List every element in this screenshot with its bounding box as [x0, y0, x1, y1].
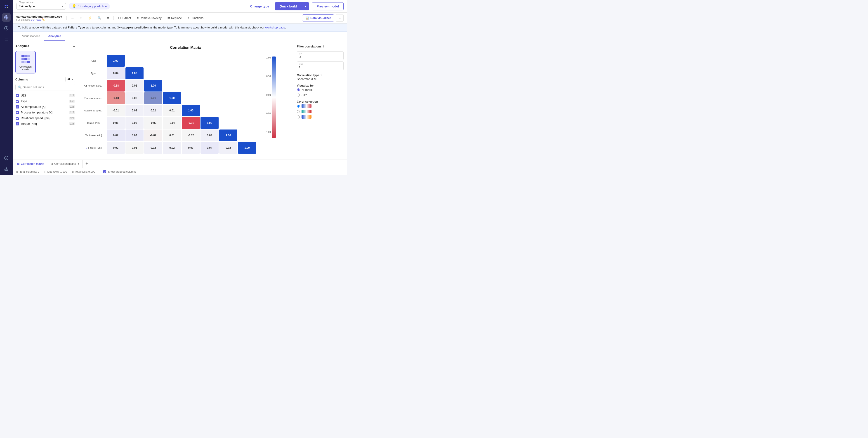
matrix-cell-7-6[interactable]: 0.02: [219, 142, 237, 154]
column-udi-checkbox[interactable]: [16, 94, 19, 97]
matrix-cell-1-4[interactable]: [182, 67, 200, 79]
visualize-size[interactable]: Size: [297, 93, 344, 97]
nav-logo[interactable]: [2, 2, 11, 11]
matrix-cell-2-5[interactable]: [200, 80, 219, 92]
data-visualizer-button[interactable]: 📊 Data visualizer: [302, 14, 334, 22]
file-rows-link[interactable]: 1.0k rows: [31, 18, 41, 21]
add-tab-button[interactable]: +: [84, 161, 90, 166]
matrix-cell-2-2[interactable]: 1.00: [144, 80, 162, 92]
matrix-cell-7-7[interactable]: 1.00: [238, 142, 256, 154]
matrix-cell-0-1[interactable]: [125, 55, 144, 67]
matrix-cell-4-3[interactable]: 0.01: [163, 105, 181, 116]
visualize-size-radio[interactable]: [297, 94, 300, 96]
matrix-cell-0-0[interactable]: 1.00: [107, 55, 125, 67]
matrix-cell-3-1[interactable]: 0.02: [125, 92, 144, 104]
matrix-cell-2-3[interactable]: [163, 80, 181, 92]
matrix-cell-2-0[interactable]: -0.88: [107, 80, 125, 92]
quick-build-button[interactable]: Quick build: [275, 2, 302, 10]
grid-view-button[interactable]: ⊞: [78, 15, 85, 21]
matrix-cell-5-0[interactable]: 0.01: [107, 117, 125, 129]
show-dropped-checkbox[interactable]: [103, 170, 106, 173]
color-teal-red[interactable]: [297, 110, 344, 113]
nav-history[interactable]: [2, 24, 11, 33]
remove-rows-button[interactable]: ≡ Remove rows by: [134, 15, 164, 21]
list-view-button[interactable]: ☰: [69, 15, 76, 21]
tab-visualizations[interactable]: Visualizations: [18, 32, 44, 41]
matrix-cell-4-6[interactable]: [219, 105, 237, 116]
matrix-cell-6-7[interactable]: [238, 129, 256, 141]
matrix-cell-3-3[interactable]: 1.00: [163, 92, 181, 104]
matrix-cell-1-3[interactable]: [163, 67, 181, 79]
matrix-cell-6-3[interactable]: 0.01: [163, 129, 181, 141]
matrix-cell-5-3[interactable]: -0.02: [163, 117, 181, 129]
column-air-temp-checkbox[interactable]: [16, 105, 19, 108]
nav-target[interactable]: [2, 13, 11, 22]
color-blue-pink-radio[interactable]: [297, 105, 300, 107]
matrix-cell-4-2[interactable]: 0.02: [144, 105, 162, 116]
correlation-matrix-item[interactable]: Correlation matrix: [16, 51, 36, 73]
columns-filter-select[interactable]: All: [65, 76, 75, 82]
matrix-cell-4-1[interactable]: 0.03: [125, 105, 144, 116]
matrix-cell-0-5[interactable]: [200, 55, 219, 67]
nav-export[interactable]: [2, 164, 11, 173]
bottom-tab-inactive[interactable]: ⊞ Correlation matrix ▼: [48, 160, 83, 168]
replace-button[interactable]: ⇄ Replace: [165, 15, 184, 21]
matrix-cell-5-7[interactable]: [238, 117, 256, 129]
more-button[interactable]: ⌄: [336, 14, 344, 22]
nav-menu[interactable]: [2, 35, 11, 43]
matrix-cell-2-6[interactable]: [219, 80, 237, 92]
matrix-cell-4-0[interactable]: -0.01: [107, 105, 125, 116]
matrix-cell-7-1[interactable]: 0.01: [125, 142, 144, 154]
visualize-numeric-radio[interactable]: [297, 88, 300, 91]
matrix-cell-0-4[interactable]: [182, 55, 200, 67]
matrix-cell-5-1[interactable]: 0.03: [125, 117, 144, 129]
matrix-cell-6-0[interactable]: 0.07: [107, 129, 125, 141]
matrix-cell-0-6[interactable]: [219, 55, 237, 67]
search-button[interactable]: 🔍: [95, 15, 103, 21]
color-blue-orange-radio[interactable]: [297, 116, 300, 118]
preview-model-button[interactable]: Preview model: [312, 2, 344, 10]
color-blue-orange[interactable]: [297, 115, 344, 119]
matrix-cell-3-0[interactable]: -0.43: [107, 92, 125, 104]
quick-build-dropdown[interactable]: ▼: [302, 2, 309, 10]
edit-icon[interactable]: ✏️: [42, 18, 45, 21]
matrix-cell-1-2[interactable]: [144, 67, 162, 79]
matrix-cell-0-2[interactable]: [144, 55, 162, 67]
matrix-cell-3-5[interactable]: [200, 92, 219, 104]
matrix-cell-4-7[interactable]: [238, 105, 256, 116]
matrix-cell-2-4[interactable]: [182, 80, 200, 92]
matrix-cell-7-0[interactable]: 0.02: [107, 142, 125, 154]
tab-analytics[interactable]: Analytics: [44, 32, 65, 41]
matrix-cell-7-5[interactable]: 0.04: [200, 142, 219, 154]
matrix-cell-6-1[interactable]: 0.04: [125, 129, 144, 141]
bottom-tab-active[interactable]: ⊞ Correlation matrix: [14, 160, 47, 168]
workshop-link[interactable]: workshop page: [265, 26, 285, 29]
matrix-cell-1-5[interactable]: [200, 67, 219, 79]
extract-button[interactable]: ⬡ Extract: [116, 15, 133, 21]
filter-button[interactable]: ⚡: [86, 15, 94, 21]
functions-button[interactable]: Σ Functions: [186, 15, 206, 21]
collapse-icon[interactable]: ⌄: [72, 44, 75, 48]
matrix-cell-3-6[interactable]: [219, 92, 237, 104]
color-teal-red-radio[interactable]: [297, 110, 300, 113]
matrix-cell-6-6[interactable]: 1.00: [219, 129, 237, 141]
column-torque-checkbox[interactable]: [16, 122, 19, 125]
matrix-cell-1-7[interactable]: [238, 67, 256, 79]
matrix-cell-3-4[interactable]: [182, 92, 200, 104]
color-blue-pink[interactable]: [297, 104, 344, 108]
ordered-list-button[interactable]: ≡: [105, 15, 111, 21]
search-columns-input[interactable]: [23, 86, 73, 89]
matrix-cell-7-4[interactable]: 0.03: [182, 142, 200, 154]
matrix-cell-6-5[interactable]: 0.03: [200, 129, 219, 141]
matrix-cell-3-2[interactable]: 0.61: [144, 92, 162, 104]
matrix-cell-7-3[interactable]: 0.02: [163, 142, 181, 154]
matrix-cell-2-1[interactable]: 0.02: [125, 80, 144, 92]
matrix-cell-6-2[interactable]: -0.07: [144, 129, 162, 141]
bottom-tab-dropdown[interactable]: ▼: [77, 162, 80, 165]
matrix-cell-5-5[interactable]: 1.00: [200, 117, 219, 129]
matrix-cell-4-4[interactable]: 1.00: [182, 105, 200, 116]
matrix-cell-5-2[interactable]: -0.02: [144, 117, 162, 129]
target-column-select[interactable]: Failure Type: [16, 3, 66, 9]
column-rotational-speed-checkbox[interactable]: [16, 117, 19, 120]
matrix-cell-7-2[interactable]: 0.02: [144, 142, 162, 154]
